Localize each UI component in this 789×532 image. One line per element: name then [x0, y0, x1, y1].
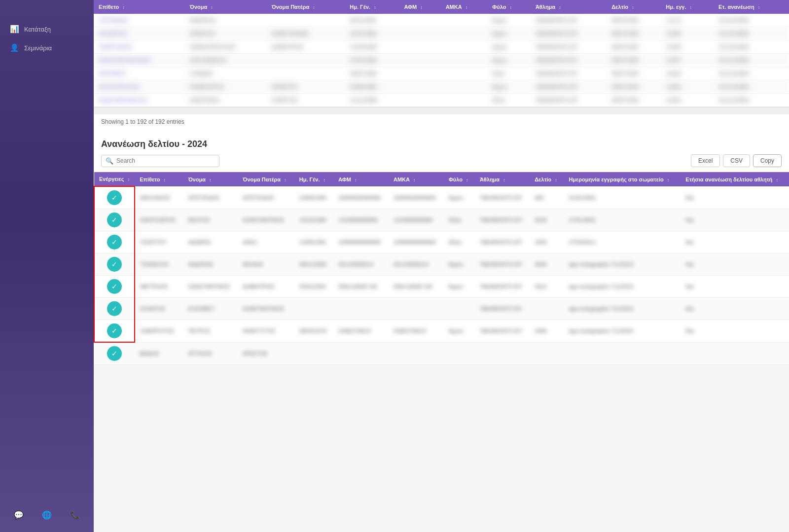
cell-amka: 0001/10000 162: [389, 276, 444, 298]
lower-table-wrapper: Ενέργειες ↕ Επίθετο ↕ Όνομα ↕ Όνομα Πατέ…: [94, 172, 789, 365]
chart-icon: 📊: [10, 25, 19, 34]
cell-father: ΑΡΙΣΤΕΙΔΗΣ: [238, 186, 294, 209]
cell-afm: 0001/10000 162: [333, 276, 389, 298]
cell-father: ΚΩΝΣΤΑΝΤΙΝΟΣ: [238, 209, 294, 231]
sidebar-logo: [0, 5, 94, 20]
sidebar-item-katataksi[interactable]: 📊 Κατάταξη: [0, 20, 94, 38]
cell-annual: Ναι: [681, 209, 789, 231]
cell-sport: ΤΑΕΚΒΟΝΤΟ ΕΠ: [475, 209, 530, 231]
cell-deltio: 4044: [530, 209, 564, 231]
col-afm: ΑΦΜ ↕: [399, 0, 440, 14]
table-row: ΚΩΝΣΤΑΝΤΙΝΟΥΛΗΑΝΑΣΤΑΣΙΑΓΕΩΡΓΙΟΣ11/12/198…: [94, 94, 789, 107]
table-row: ΓΕΩΡΓΙΛΚΗΣΠΑΝΑΓΙΩΠΟΥΛΟΣΔΗΜΗΤΡΙΟΣ11/03/19…: [94, 40, 789, 54]
cell-sport: ΤΑΕΚΒΟΝΤΟ ΕΠ: [475, 276, 530, 298]
cell-name: ΠΕΤΡΟΣ: [183, 320, 238, 343]
action-check-button[interactable]: ✓: [107, 235, 122, 249]
cell-reg_date: app motographis 711/2015: [564, 298, 681, 320]
cell-name: ΒΩΛΤΟΣ: [183, 209, 238, 231]
toolbar: 🔍 Excel CSV Copy: [94, 154, 789, 172]
cell-name: ΑΝΔΡΕΑΣ: [183, 253, 238, 276]
cell-dob: 23/08/1984: [294, 186, 333, 209]
col-name: Όνομα ↕: [185, 0, 267, 14]
search-icon: 🔍: [106, 157, 113, 165]
cell-sport: [475, 342, 530, 365]
cell-amka: [389, 342, 444, 365]
cell-sport: ΤΑΕΚΒΟΝΤΟ ΕΠ: [475, 231, 530, 253]
cell-surname: ΒΑΙΔΗΣ: [135, 342, 183, 365]
action-check-button[interactable]: ✓: [107, 346, 122, 361]
cell-dob: 09/04/1978: [294, 320, 333, 343]
cell-gender: Θήλυ: [444, 231, 475, 253]
cell-annual: Ναι: [681, 320, 789, 343]
cell-afm: 1410000000000: [333, 209, 389, 231]
table-row: ΑΛΕΞΟΠΟΥΛΟΣΠΑΝΑΓΙΩΤΗΣΑΡΝΕΤΟΣ04/08/1985Άρ…: [94, 80, 789, 94]
table-row: ✓ΒΑΙΔΗΣΑΤΤΙΛΙΟΣΑΡΕΣΤΟΣ: [94, 342, 789, 365]
cell-annual: Ναι: [681, 231, 789, 253]
action-check-button[interactable]: ✓: [107, 257, 122, 272]
csv-button[interactable]: CSV: [723, 154, 750, 167]
upper-table: Επίθετο ↕ Όνομα ↕ Όνομα Πατέρα ↕ Ημ. Γέν…: [94, 0, 789, 107]
action-check-button[interactable]: ✓: [107, 279, 122, 294]
table-row: ✓ΒΑΣΙΛΑΚΗΣΑΡΙΣΤΕΙΔΗΣΑΡΙΣΤΕΙΔΗΣ23/08/1984…: [94, 186, 789, 209]
globe-icon[interactable]: 🌐: [42, 510, 52, 520]
cell-annual: Ναι: [681, 186, 789, 209]
search-input[interactable]: [116, 157, 215, 164]
action-cell: ✓: [94, 253, 135, 276]
cell-father: ΑΝΑΡΤΥΤΟΣ: [238, 320, 294, 343]
cell-dob: 13/06/1991: [294, 231, 333, 253]
cell-deltio: [530, 298, 564, 320]
cell-amka: [389, 298, 444, 320]
cell-amka: 01ΒΕΣΤΑ610: [389, 320, 444, 343]
action-check-button[interactable]: ✓: [107, 301, 122, 316]
search-wrap: 🔍: [101, 155, 219, 167]
lower-table: Ενέργειες ↕ Επίθετο ↕ Όνομα ↕ Όνομα Πατέ…: [94, 172, 789, 365]
cell-amka: 041/10000314: [389, 253, 444, 276]
cell-reg_date: app motographis 711/2015: [564, 276, 681, 298]
table-row: ✓ΤΖΑΝΕΛΗΣΑΝΔΡΕΑΣΜΙΧΑΗΣ08/11/2000041/1000…: [94, 253, 789, 276]
main-content: Επίθετο ↕ Όνομα ↕ Όνομα Πατέρα ↕ Ημ. Γέν…: [94, 0, 789, 532]
action-check-button[interactable]: ✓: [107, 213, 122, 227]
cell-name: ΑΔΑΜΟΣ: [183, 231, 238, 253]
col-header-afm: ΑΦΜ ↕: [333, 172, 389, 186]
cell-annual: Ναι: [681, 298, 789, 320]
sidebar-item-seminaria[interactable]: 👤 Σεμινάρια: [0, 38, 94, 57]
cell-sport: ΤΑΕΚΒΟΝΤΟ ΕΠ: [475, 298, 530, 320]
cell-gender: Άρρεν: [444, 276, 475, 298]
cell-father: ΚΩΝΣΤΑΝΤΙΝΟΣ: [238, 298, 294, 320]
cell-afm: 041/10000314: [333, 253, 389, 276]
cell-father: ΔΗΜΗΤΡΙΟΣ: [238, 276, 294, 298]
cell-father: ΑΝΑΞ: [238, 231, 294, 253]
cell-afm: [333, 298, 389, 320]
action-check-button[interactable]: ✓: [107, 190, 122, 205]
cell-name: ΑΤΤΙΛΙΟΣ: [183, 342, 238, 365]
cell-dob: [294, 298, 333, 320]
chat-icon[interactable]: 💬: [14, 510, 24, 520]
action-cell: ✓: [94, 298, 135, 320]
cell-name: ΕΛΙΣΑΒΕΤ: [183, 298, 238, 320]
table-row: ✓ΕΛΑΝΤΗΣΕΛΙΣΑΒΕΤΚΩΝΣΤΑΝΤΙΝΟΣΤΑΕΚΒΟΝΤΟ ΕΠ…: [94, 298, 789, 320]
cell-name: ΑΡΙΣΤΕΙΔΗΣ: [183, 186, 238, 209]
cell-afm: [333, 342, 389, 365]
action-check-button[interactable]: ✓: [107, 323, 122, 338]
phone-icon[interactable]: 📞: [70, 510, 80, 520]
lower-section: Ανανέωση δελτίου - 2024 🔍 Excel CSV Copy…: [94, 129, 789, 365]
showing-text: Showing 1 to 192 of 192 entries: [94, 114, 789, 129]
cell-surname: ΒΑΣΙΛΑΚΗΣ: [135, 186, 183, 209]
table-row: ✓ΓΕΩΡΓΙΟΥΑΔΑΜΟΣΑΝΑΞ13/06/199110000000000…: [94, 231, 789, 253]
cell-gender: Θήλυ: [444, 209, 475, 231]
cell-amka: 10000020000000: [389, 186, 444, 209]
copy-button[interactable]: Copy: [753, 154, 782, 167]
col-header-surname: Επίθετο ↕: [135, 172, 183, 186]
col-surname: Επίθετο ↕: [94, 0, 185, 14]
action-cell: ✓: [94, 209, 135, 231]
cell-gender: Άρρεν: [444, 320, 475, 343]
cell-sport: ΤΑΕΚΒΟΝΤΟ ΕΠ: [475, 253, 530, 276]
cell-reg_date: 27/01/3001: [564, 209, 681, 231]
cell-surname: ΤΖΑΝΕΛΗΣ: [135, 253, 183, 276]
action-cell: ✓: [94, 276, 135, 298]
cell-afm: 10000000000000: [333, 231, 389, 253]
excel-button[interactable]: Excel: [691, 154, 720, 167]
cell-surname: ΜΕΤΠΙΛΗΣ: [135, 276, 183, 298]
horizontal-scrollbar[interactable]: [94, 107, 789, 114]
cell-gender: [444, 298, 475, 320]
